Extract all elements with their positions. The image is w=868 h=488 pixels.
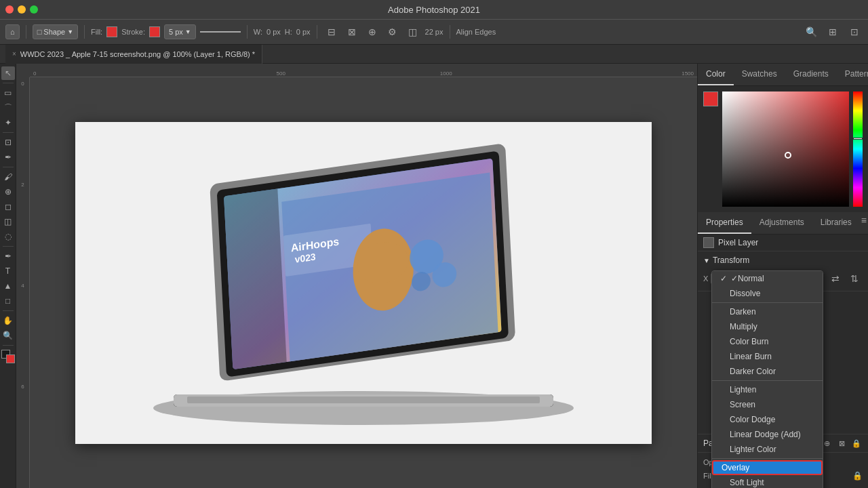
blur-tool[interactable]: ◌	[1, 230, 15, 243]
properties-panel-tabs: Properties Adjustments Libraries ≡	[698, 212, 868, 235]
tab-adjustments[interactable]: Adjustments	[751, 212, 812, 234]
type-tool[interactable]: T	[1, 264, 15, 278]
blend-linear-burn[interactable]: Linear Burn	[712, 349, 823, 364]
shape-tool[interactable]: □	[1, 294, 15, 308]
hue-slider[interactable]	[853, 92, 863, 207]
tool-separator-1	[3, 83, 14, 83]
settings-button[interactable]: ⚙	[384, 24, 401, 40]
ruler-row: 0 500 1000 1500	[16, 64, 697, 77]
stroke-size-arrow: ▼	[185, 28, 191, 35]
marquee-tool[interactable]: ▭	[1, 86, 15, 100]
traffic-lights	[5, 5, 38, 14]
gradient-tool[interactable]: ◫	[1, 215, 15, 228]
zoom-tool[interactable]: 🔍	[1, 329, 15, 342]
arrange-button[interactable]: ⊡	[846, 24, 863, 40]
blend-mode-dropdown[interactable]: ✓ Normal Dissolve Darken Multiply Color …	[711, 270, 823, 488]
close-button[interactable]	[5, 5, 14, 14]
move-tool[interactable]: ↖	[1, 66, 15, 80]
canvas-container: 0 2 4 6	[16, 77, 697, 488]
shape-dropdown-arrow: ▼	[67, 28, 73, 35]
eraser-tool[interactable]: ◻	[1, 200, 15, 214]
blend-lighten[interactable]: Lighten	[712, 382, 823, 397]
background-color[interactable]	[6, 354, 15, 363]
align-center-button[interactable]: ⊠	[344, 24, 360, 40]
height-value[interactable]: 0 px	[296, 28, 311, 36]
path-button[interactable]: ◫	[405, 24, 421, 40]
shape-tool-button[interactable]: □ Shape ▼	[33, 24, 78, 39]
horizontal-ruler: 0 500 1000 1500	[30, 64, 697, 77]
hand-tool[interactable]: ✋	[1, 314, 15, 327]
path-select-tool[interactable]: ▲	[1, 279, 15, 293]
blend-darker-color[interactable]: Darker Color	[712, 364, 823, 379]
transform-chevron: ▼	[703, 257, 710, 264]
tab-close-icon[interactable]: ×	[12, 50, 16, 58]
color-gradient-dark-overlay	[722, 92, 849, 207]
width-value[interactable]: 0 px	[267, 28, 281, 36]
brush-tool[interactable]: 🖌	[1, 170, 15, 184]
clone-tool[interactable]: ⊕	[1, 185, 15, 199]
lock-icon[interactable]: 🔒	[852, 471, 863, 481]
laptop-image: AirHoops v023	[119, 130, 608, 435]
right-panel: Color Swatches Gradients Patterns ≡	[697, 64, 868, 488]
blend-dissolve[interactable]: Dissolve	[712, 286, 823, 301]
path-lock-button[interactable]: 🔒	[850, 437, 863, 449]
zoom-value: 22 px	[425, 28, 443, 36]
blend-normal[interactable]: ✓ Normal	[712, 271, 823, 286]
flip-v-button[interactable]: ⇅	[846, 270, 863, 287]
crop-tool[interactable]: ⊡	[1, 136, 15, 149]
document-tab[interactable]: × WWDC 2023 _ Apple 7-15 screenshot.png …	[5, 45, 262, 64]
transform-button[interactable]: ⊕	[364, 24, 380, 40]
toolbar-separator-2	[84, 25, 85, 39]
color-picker[interactable]	[1, 350, 15, 363]
search-button[interactable]: 🔍	[803, 24, 819, 40]
fill-color-preview[interactable]	[106, 26, 117, 37]
blend-darken[interactable]: Darken	[712, 304, 823, 319]
blend-lighter-color[interactable]: Lighter Color	[712, 442, 823, 457]
home-icon: ⌂	[10, 28, 15, 36]
blend-linear-dodge[interactable]: Linear Dodge (Add)	[712, 427, 823, 442]
tab-libraries[interactable]: Libraries	[812, 212, 860, 234]
stroke-label: Stroke:	[121, 28, 145, 36]
app-title: Adobe Photoshop 2021	[388, 5, 480, 15]
tab-swatches[interactable]: Swatches	[734, 64, 785, 85]
foreground-swatch[interactable]	[703, 92, 718, 106]
blend-multiply[interactable]: Multiply	[712, 319, 823, 334]
home-button[interactable]: ⌂	[5, 24, 20, 39]
color-picker-cursor	[785, 152, 791, 159]
canvas-document: AirHoops v023	[75, 122, 652, 444]
ruler-corner	[16, 64, 30, 77]
tab-gradients[interactable]: Gradients	[785, 64, 837, 85]
properties-menu-button[interactable]: ≡	[860, 212, 868, 228]
align-edges-label: Align Edges	[456, 28, 496, 36]
blend-screen[interactable]: Screen	[712, 397, 823, 412]
transform-header[interactable]: ▼ Transform	[703, 256, 863, 265]
flip-h-button[interactable]: ⇄	[827, 270, 844, 287]
toolbar-right: 🔍 ⊞ ⊡	[803, 24, 863, 40]
blend-separator-2	[712, 380, 823, 381]
color-gradient-picker[interactable]	[722, 92, 849, 207]
blend-color-burn[interactable]: Color Burn	[712, 334, 823, 349]
tool-separator-2	[3, 132, 14, 133]
pixel-layer-label: Pixel Layer	[718, 238, 758, 247]
tab-properties[interactable]: Properties	[698, 212, 751, 234]
workspace-button[interactable]: ⊞	[825, 24, 841, 40]
stroke-color-preview[interactable]	[149, 26, 160, 37]
tab-patterns[interactable]: Patterns	[837, 64, 868, 85]
minimize-button[interactable]	[18, 5, 26, 14]
blend-soft-light[interactable]: Soft Light	[712, 475, 823, 488]
stroke-size-input[interactable]: 5 px ▼	[164, 24, 196, 39]
tool-separator-3	[3, 167, 14, 167]
lasso-tool[interactable]: ⌒	[1, 101, 15, 115]
align-left-button[interactable]: ⊟	[323, 24, 340, 40]
blend-overlay[interactable]: Overlay	[712, 460, 823, 475]
maximize-button[interactable]	[30, 5, 38, 14]
path-align-button[interactable]: ⊠	[835, 437, 848, 449]
document-tab-label: WWDC 2023 _ Apple 7-15 screenshot.png @ …	[20, 50, 255, 58]
blend-color-dodge[interactable]: Color Dodge	[712, 412, 823, 427]
tab-color[interactable]: Color	[698, 64, 734, 85]
svg-rect-17	[187, 396, 540, 403]
svg-rect-5	[224, 188, 287, 369]
pen-tool[interactable]: ✒	[1, 249, 15, 263]
eyedropper-tool[interactable]: ✒	[1, 150, 15, 164]
magic-wand-tool[interactable]: ✦	[1, 116, 15, 129]
